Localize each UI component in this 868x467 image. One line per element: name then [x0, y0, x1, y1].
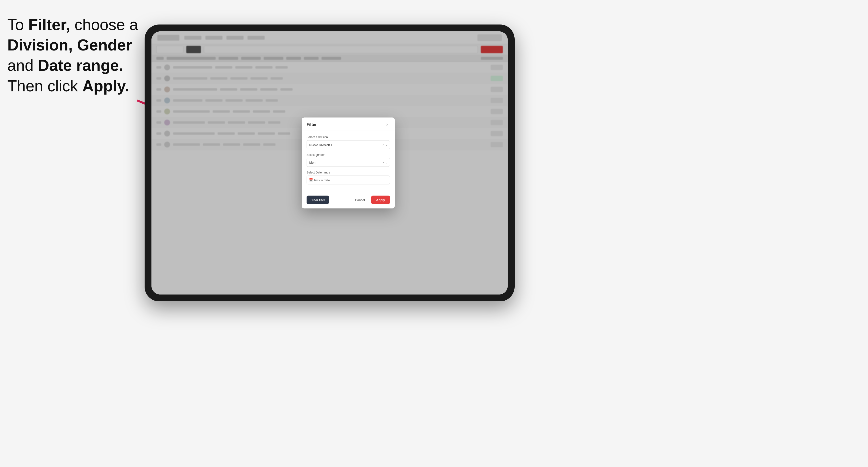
instruction-line-3: and Date range.	[7, 55, 138, 76]
instruction-division-gender: Division, Gender	[7, 36, 132, 54]
tablet-frame: Filter × Select a division NCAA Division…	[145, 25, 515, 301]
clear-filter-button[interactable]: Clear filter	[307, 196, 329, 204]
footer-right-buttons: Cancel Apply	[351, 196, 390, 204]
division-form-group: Select a division NCAA Division I NCAA D…	[307, 135, 390, 149]
instruction-apply-word: Apply.	[82, 77, 129, 95]
date-input-wrapper: 📅	[307, 176, 390, 185]
instruction-line-2: Division, Gender	[7, 35, 138, 55]
modal-footer: Clear filter Cancel Apply	[302, 193, 395, 209]
cancel-button[interactable]: Cancel	[351, 196, 369, 204]
division-select[interactable]: NCAA Division I NCAA Division II NCAA Di…	[307, 141, 390, 149]
division-select-wrapper: NCAA Division I NCAA Division II NCAA Di…	[307, 141, 390, 149]
gender-select-wrapper: Men Women × ⌄	[307, 158, 390, 167]
modal-header: Filter ×	[302, 118, 395, 131]
instruction-line-4: Then click Apply.	[7, 76, 138, 96]
instruction-line-1: To Filter, choose a	[7, 15, 138, 35]
date-range-input[interactable]	[307, 176, 390, 185]
modal-close-button[interactable]: ×	[384, 122, 390, 127]
instruction-panel: To Filter, choose a Division, Gender and…	[7, 15, 138, 96]
instruction-filter-word: Filter,	[28, 16, 70, 34]
apply-button[interactable]: Apply	[371, 196, 390, 204]
filter-modal: Filter × Select a division NCAA Division…	[302, 118, 395, 209]
modal-title: Filter	[307, 122, 317, 127]
gender-select[interactable]: Men Women	[307, 158, 390, 167]
gender-label: Select gender	[307, 153, 390, 157]
instruction-prefix-1: To	[7, 16, 28, 34]
instruction-date-range: Date range.	[38, 57, 124, 74]
tablet-screen: Filter × Select a division NCAA Division…	[151, 31, 508, 294]
modal-body: Select a division NCAA Division I NCAA D…	[302, 131, 395, 193]
instruction-and: and	[7, 57, 38, 74]
date-range-form-group: Select Date range 📅	[307, 171, 390, 185]
instruction-suffix-1: choose a	[70, 16, 138, 34]
date-range-label: Select Date range	[307, 171, 390, 174]
gender-form-group: Select gender Men Women × ⌄	[307, 153, 390, 167]
instruction-then: Then click	[7, 77, 82, 95]
division-label: Select a division	[307, 135, 390, 139]
